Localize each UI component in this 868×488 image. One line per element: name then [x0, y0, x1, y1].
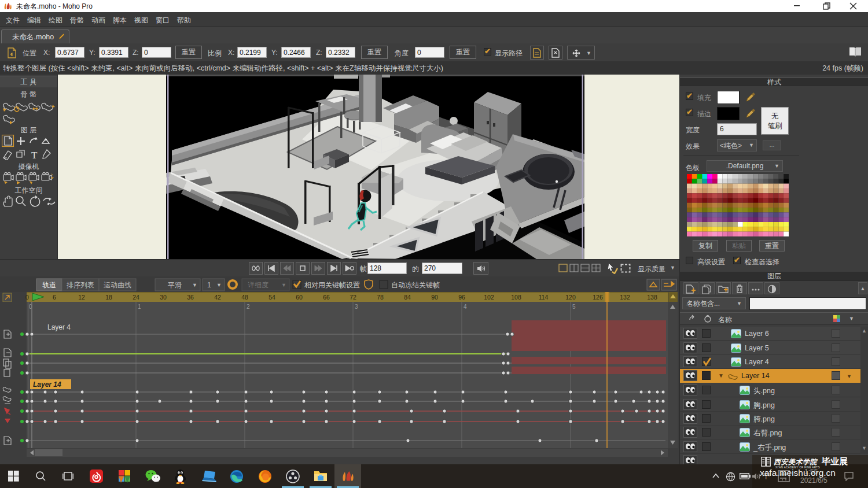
svg-text:60: 60 [296, 294, 303, 301]
svg-text:Layer 14: Layer 14 [33, 380, 61, 389]
svg-text:6: 6 [53, 294, 56, 301]
svg-text:78: 78 [377, 294, 384, 301]
svg-text:排序列表: 排序列表 [67, 281, 94, 289]
svg-text:轨道: 轨道 [42, 281, 56, 289]
svg-text:126: 126 [593, 294, 603, 301]
svg-text:详细度: 详细度 [248, 281, 269, 289]
svg-text:90: 90 [431, 294, 438, 301]
svg-text:30: 30 [160, 294, 167, 301]
svg-text:1: 1 [138, 304, 141, 310]
svg-text:运动曲线: 运动曲线 [104, 281, 131, 289]
svg-text:66: 66 [323, 294, 330, 301]
svg-text:84: 84 [404, 294, 411, 301]
svg-text:▼: ▼ [192, 282, 197, 288]
svg-text:Layer 4: Layer 4 [47, 323, 71, 331]
svg-text:18: 18 [105, 294, 112, 301]
svg-text:102: 102 [484, 294, 494, 301]
svg-text:4: 4 [464, 304, 467, 310]
svg-text:相对用关键帧设置: 相对用关键帧设置 [304, 281, 360, 289]
svg-text:T: T [31, 150, 38, 160]
svg-text:24: 24 [133, 294, 139, 301]
svg-text:0: 0 [25, 294, 29, 301]
svg-text:72: 72 [350, 294, 356, 301]
svg-text:108: 108 [511, 294, 521, 301]
svg-text:36: 36 [187, 294, 194, 301]
svg-text:48: 48 [241, 294, 248, 301]
svg-text:138: 138 [647, 294, 657, 301]
svg-text:132: 132 [620, 294, 630, 301]
svg-text:自动冻结关键帧: 自动冻结关键帧 [391, 281, 440, 289]
svg-text:2: 2 [247, 304, 250, 310]
svg-text:42: 42 [214, 294, 221, 301]
svg-text:1: 1 [207, 281, 211, 289]
svg-text:96: 96 [458, 294, 465, 301]
svg-text:▼: ▼ [281, 282, 286, 288]
svg-text:▼: ▼ [216, 282, 222, 288]
svg-text:3: 3 [355, 304, 358, 310]
svg-text:114: 114 [539, 294, 549, 301]
svg-text:5: 5 [572, 304, 576, 310]
svg-text:平滑: 平滑 [168, 281, 182, 289]
svg-text:120: 120 [565, 294, 576, 301]
svg-text:12: 12 [78, 294, 85, 301]
svg-text:54: 54 [269, 294, 275, 301]
